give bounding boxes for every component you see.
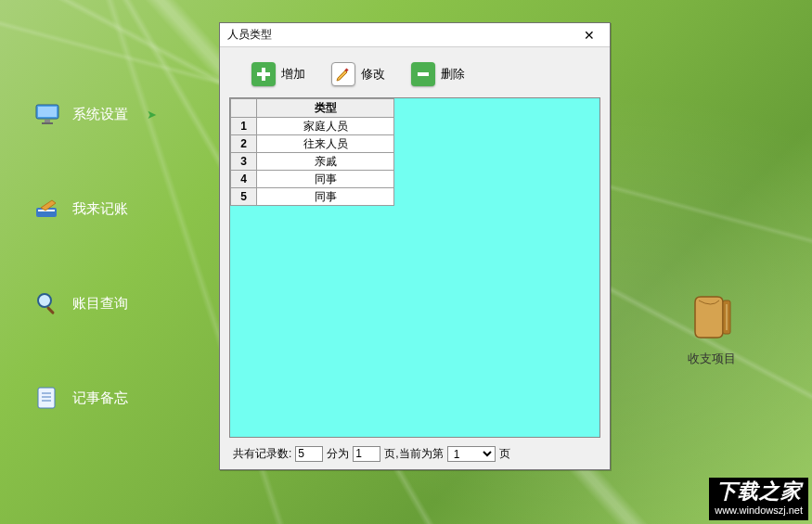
sidebar-item-label: 系统设置 xyxy=(72,106,128,123)
delete-button-label: 删除 xyxy=(441,66,465,83)
search-icon xyxy=(35,291,59,315)
row-number: 1 xyxy=(231,118,257,135)
cell-type[interactable]: 同事 xyxy=(257,188,394,206)
watermark: 下载之家 www.windowszj.net xyxy=(709,478,808,520)
status-records-label: 共有记录数: xyxy=(233,446,291,462)
sidebar-item-label: 记事备忘 xyxy=(72,390,128,407)
folder-icon xyxy=(686,291,738,343)
arrow-right-icon: ➤ xyxy=(147,108,157,121)
pencil-icon xyxy=(331,62,355,86)
dialog-statusbar: 共有记录数: 分为 页,当前为第 1 页 xyxy=(220,443,610,469)
monitor-icon xyxy=(35,102,59,126)
sidebar-item-system-settings[interactable]: 系统设置 ➤ xyxy=(35,102,157,126)
cell-type[interactable]: 往来人员 xyxy=(257,135,394,153)
watermark-title: 下载之家 xyxy=(715,479,803,504)
svg-rect-3 xyxy=(42,122,53,124)
dialog-titlebar: 人员类型 ✕ xyxy=(220,23,610,47)
svg-rect-2 xyxy=(45,120,50,122)
data-grid-area[interactable]: 类型 1家庭人员2往来人员3亲戚4同事5同事 xyxy=(229,97,600,438)
svg-rect-17 xyxy=(418,72,429,76)
table-row[interactable]: 5同事 xyxy=(231,188,394,206)
row-header-blank xyxy=(231,99,257,118)
table-row[interactable]: 2往来人员 xyxy=(231,135,394,153)
person-type-dialog: 人员类型 ✕ 增加 修改 删除 类型 xyxy=(219,22,611,470)
current-page-select[interactable]: 1 xyxy=(447,446,496,462)
cell-type[interactable]: 家庭人员 xyxy=(257,118,394,135)
svg-rect-15 xyxy=(257,72,270,76)
svg-point-6 xyxy=(38,294,51,307)
minus-icon xyxy=(411,62,435,86)
sidebar: 系统设置 ➤ 我来记账 账目查询 记事备忘 xyxy=(35,102,157,410)
add-button-label: 增加 xyxy=(281,66,305,83)
column-header-type[interactable]: 类型 xyxy=(257,99,394,118)
cell-type[interactable]: 同事 xyxy=(257,171,394,188)
watermark-url: www.windowszj.net xyxy=(715,505,803,517)
add-button[interactable]: 增加 xyxy=(251,62,305,86)
desktop-icon-label: 收支项目 xyxy=(688,351,736,367)
page-count-field xyxy=(353,446,380,462)
desktop-icon-income-expense[interactable]: 收支项目 xyxy=(686,291,738,367)
sidebar-item-ledger[interactable]: 我来记账 xyxy=(35,197,157,221)
status-current-label: 页,当前为第 xyxy=(384,446,443,462)
row-number: 2 xyxy=(231,135,257,153)
status-split-label: 分为 xyxy=(327,446,349,462)
svg-rect-7 xyxy=(46,306,55,314)
edit-button[interactable]: 修改 xyxy=(331,62,385,86)
delete-button[interactable]: 删除 xyxy=(411,62,465,86)
table-row[interactable]: 4同事 xyxy=(231,171,394,188)
sidebar-item-label: 账目查询 xyxy=(72,295,128,313)
row-number: 5 xyxy=(231,188,257,206)
table-row[interactable]: 1家庭人员 xyxy=(231,118,394,135)
row-number: 3 xyxy=(231,153,257,171)
plus-icon xyxy=(251,62,276,86)
dialog-title: 人员类型 xyxy=(227,27,272,43)
svg-rect-1 xyxy=(38,107,57,117)
row-number: 4 xyxy=(231,171,257,188)
cell-type[interactable]: 亲戚 xyxy=(257,153,394,171)
ledger-icon xyxy=(35,197,59,221)
person-type-table: 类型 1家庭人员2往来人员3亲戚4同事5同事 xyxy=(230,98,394,206)
svg-rect-8 xyxy=(38,388,55,408)
status-page-suffix: 页 xyxy=(499,446,510,462)
table-row[interactable]: 3亲戚 xyxy=(231,153,394,171)
notes-icon xyxy=(35,386,59,410)
record-count-field xyxy=(295,446,323,462)
dialog-toolbar: 增加 修改 删除 xyxy=(220,47,610,97)
edit-button-label: 修改 xyxy=(361,66,385,83)
sidebar-item-query[interactable]: 账目查询 xyxy=(35,291,157,315)
close-icon[interactable]: ✕ xyxy=(574,28,604,43)
sidebar-item-label: 我来记账 xyxy=(72,200,128,218)
sidebar-item-notes[interactable]: 记事备忘 xyxy=(35,386,157,410)
